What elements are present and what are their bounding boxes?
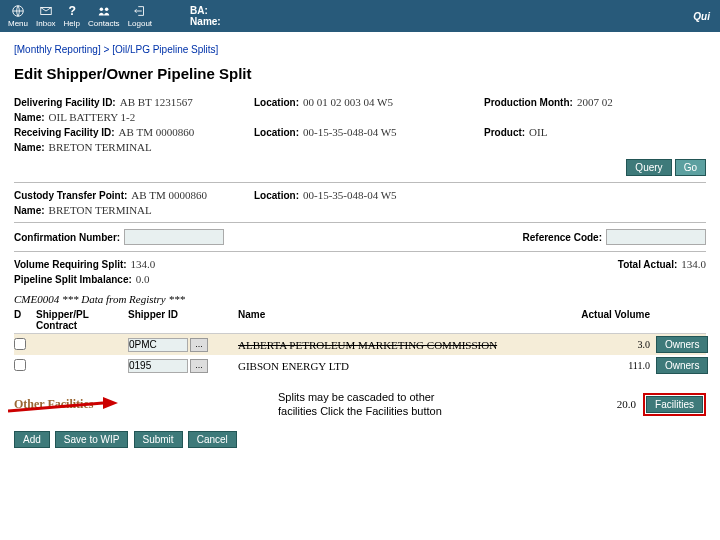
ctp-location-label: Location:	[254, 190, 299, 201]
header-actual-volume: Actual Volume	[546, 309, 656, 331]
menu-button[interactable]: Menu	[8, 4, 28, 28]
pipeline-split-imbalance-value: 0.0	[136, 273, 150, 285]
header-shipper-pl-contract: Shipper/PL Contract	[36, 309, 128, 331]
page-title: Edit Shipper/Owner Pipeline Split	[14, 65, 706, 82]
actual-volume-value: 111.0	[546, 360, 656, 371]
svg-text:?: ?	[68, 4, 75, 18]
ctp-label: Custody Transfer Point:	[14, 190, 127, 201]
owners-button[interactable]: Owners	[656, 336, 708, 353]
table-row: ... GIBSON ENERGY LTD 111.0 Owners	[14, 355, 706, 376]
breadcrumb: [Monthly Reporting] > [Oil/LPG Pipeline …	[14, 44, 706, 55]
ctp-name-value: BRETON TERMINAL	[49, 204, 152, 216]
facilities-button[interactable]: Facilities	[646, 396, 703, 413]
delivering-location-label: Location:	[254, 97, 299, 108]
total-actual-label: Total Actual:	[618, 259, 677, 270]
add-button[interactable]: Add	[14, 431, 50, 448]
query-button[interactable]: Query	[626, 159, 671, 176]
breadcrumb-pipeline-splits[interactable]: [Oil/LPG Pipeline Splits]	[112, 44, 218, 55]
delivering-facility-label: Delivering Facility ID:	[14, 97, 116, 108]
production-month-label: Production Month:	[484, 97, 573, 108]
table-row: ... ALBERTA PETROLEUM MARKETING COMMISSI…	[14, 334, 706, 355]
arrow-icon	[8, 397, 118, 417]
shipper-id-input[interactable]	[128, 359, 188, 373]
receiving-name-label: Name:	[14, 142, 45, 153]
delivering-facility-value: AB BT 1231567	[120, 96, 193, 108]
help-button[interactable]: ? Help	[64, 4, 80, 28]
delivering-location-value: 00 01 02 003 04 W5	[303, 96, 393, 108]
ba-info: BA: Name:	[190, 5, 221, 27]
envelope-icon	[39, 4, 53, 18]
top-navigation-bar: Menu Inbox ? Help Contacts Logout BA: Na…	[0, 0, 720, 32]
delivering-name-label: Name:	[14, 112, 45, 123]
confirmation-number-label: Confirmation Number:	[14, 232, 120, 243]
actual-volume-value: 3.0	[546, 339, 656, 350]
contacts-button[interactable]: Contacts	[88, 4, 120, 28]
lookup-button[interactable]: ...	[190, 359, 208, 373]
qui-label: Qui	[693, 11, 710, 22]
people-icon	[97, 4, 111, 18]
table-header: D Shipper/PL Contract Shipper ID Name Ac…	[14, 309, 706, 334]
svg-marker-6	[103, 397, 118, 409]
ctp-location-value: 00-15-35-048-04 W5	[303, 189, 397, 201]
header-name: Name	[238, 309, 546, 331]
row-delete-checkbox[interactable]	[14, 338, 26, 350]
product-label: Product:	[484, 127, 525, 138]
logout-icon	[133, 4, 147, 18]
volume-requiring-split-label: Volume Requiring Split:	[14, 259, 127, 270]
reference-code-input[interactable]	[606, 229, 706, 245]
header-shipper-id: Shipper ID	[128, 309, 238, 331]
cancel-button[interactable]: Cancel	[188, 431, 237, 448]
reference-code-label: Reference Code:	[523, 232, 602, 243]
svg-point-4	[105, 8, 109, 12]
cme-message: CME0004 *** Data from Registry ***	[14, 293, 706, 305]
receiving-name-value: BRETON TERMINAL	[49, 141, 152, 153]
delivering-name-value: OIL BATTERY 1-2	[49, 111, 136, 123]
shipper-name: ALBERTA PETROLEUM MARKETING COMMISSION	[238, 339, 546, 351]
receiving-facility-value: AB TM 0000860	[119, 126, 195, 138]
ctp-value: AB TM 0000860	[131, 189, 207, 201]
submit-button[interactable]: Submit	[134, 431, 183, 448]
other-facilities-amount: 20.0	[617, 398, 636, 410]
lookup-button[interactable]: ...	[190, 338, 208, 352]
total-actual-value: 134.0	[681, 258, 706, 270]
go-button[interactable]: Go	[675, 159, 706, 176]
inbox-button[interactable]: Inbox	[36, 4, 56, 28]
svg-line-5	[8, 403, 103, 411]
receiving-facility-label: Receiving Facility ID:	[14, 127, 115, 138]
pipeline-split-imbalance-label: Pipeline Split Imbalance:	[14, 274, 132, 285]
logout-button[interactable]: Logout	[128, 4, 152, 28]
product-value: OIL	[529, 126, 547, 138]
question-icon: ?	[65, 4, 79, 18]
receiving-location-value: 00-15-35-048-04 W5	[303, 126, 397, 138]
production-month-value: 2007 02	[577, 96, 613, 108]
breadcrumb-monthly-reporting[interactable]: [Monthly Reporting]	[14, 44, 101, 55]
receiving-location-label: Location:	[254, 127, 299, 138]
owners-button[interactable]: Owners	[656, 357, 708, 374]
svg-point-3	[99, 8, 103, 12]
shipper-id-input[interactable]	[128, 338, 188, 352]
save-to-wip-button[interactable]: Save to WIP	[55, 431, 129, 448]
shipper-name: GIBSON ENERGY LTD	[238, 360, 546, 372]
ctp-name-label: Name:	[14, 205, 45, 216]
globe-icon	[11, 4, 25, 18]
confirmation-number-input[interactable]	[124, 229, 224, 245]
volume-requiring-split-value: 134.0	[131, 258, 156, 270]
callout-text: Splits may be cascaded to other faciliti…	[274, 386, 464, 423]
row-delete-checkbox[interactable]	[14, 359, 26, 371]
